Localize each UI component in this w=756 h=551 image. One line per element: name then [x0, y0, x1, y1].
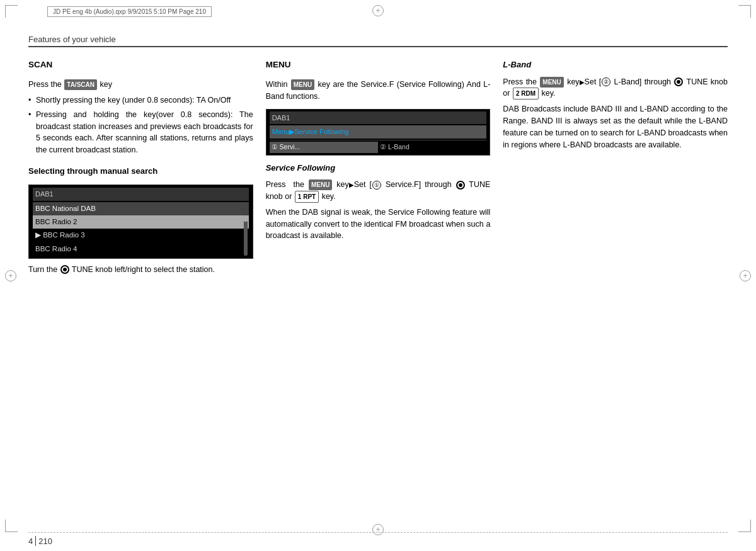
- scan-bullet-list: Shortly pressing the key (under 0.8 seco…: [28, 94, 253, 156]
- footer-chapter: 4: [28, 537, 33, 546]
- dab-screen-wrapper: DAB1 BBC National DAB BBC Radio 2 ▶ BBC …: [28, 185, 253, 259]
- circle-1-sf: ①: [372, 181, 381, 190]
- service-following-title: Service Following: [266, 162, 491, 174]
- service-following-desc: When the DAB signal is weak, the Service…: [266, 207, 491, 242]
- content-area: Features of your vehicle SCAN Press the …: [28, 35, 728, 523]
- dab-station-name: BBC National DAB: [33, 202, 249, 215]
- dab-header: DAB1: [33, 188, 249, 201]
- col-scan: SCAN Press the TA/SCAN key Shortly press…: [28, 59, 253, 280]
- scan-bullet-1: Shortly pressing the key (under 0.8 seco…: [28, 94, 253, 106]
- tune-knob-lband: [674, 77, 683, 86]
- section-heading-text: Features of your vehicle: [28, 35, 116, 44]
- page-footer: 4 210: [28, 532, 728, 546]
- lband-instruction: Press the MENU key▶Set [② L-Band] throug…: [503, 76, 728, 100]
- dab-scrollbar: [244, 215, 248, 256]
- ta-scan-key-badge: TA/SCAN: [64, 79, 97, 90]
- dab-screen: DAB1 BBC National DAB BBC Radio 2 ▶ BBC …: [28, 185, 253, 259]
- footer-number-box: 4 210: [28, 536, 52, 546]
- scan-bullet-2: Pressing and holding the key(over 0.8 se…: [28, 109, 253, 156]
- menu-intro-text: Within MENU key are the Service.F (Servi…: [266, 79, 491, 103]
- manual-search-title: Selecting through manual search: [28, 165, 253, 178]
- scan-title: SCAN: [28, 59, 253, 71]
- tune-knob-icon: [60, 265, 69, 274]
- footer-page: 210: [38, 537, 52, 546]
- dab-row-1: ▶ BBC Radio 3: [33, 229, 249, 242]
- col-lband: L-Band Press the MENU key▶Set [② L-Band]…: [503, 59, 728, 280]
- section-heading: Features of your vehicle: [28, 35, 728, 47]
- page-container: JD PE eng 4b (Audio).qxp 9/9/2015 5:10 P…: [0, 0, 756, 551]
- menu-screen: DAB1 Menu▶Service Following ① Servi... ②…: [266, 109, 491, 156]
- menu-screen-header: DAB1: [270, 111, 487, 125]
- menu-screen-item: Menu▶Service Following: [270, 125, 487, 139]
- menu-key-lband: MENU: [540, 77, 563, 88]
- columns-layout: SCAN Press the TA/SCAN key Shortly press…: [28, 59, 728, 280]
- dab-scroll-thumb: [244, 215, 248, 222]
- menu-bottom-left: ① Servi...: [270, 142, 378, 153]
- dab-row-2: BBC Radio 4: [33, 242, 249, 256]
- rdm-key-badge: 2 RDM: [513, 88, 539, 99]
- menu-screen-bottom: ① Servi... ② L-Band: [270, 140, 487, 153]
- menu-bottom-right: ② L-Band: [378, 142, 486, 153]
- manual-search-instruction: Turn the TUNE knob left/right to select …: [28, 264, 253, 276]
- menu-key-sf: MENU: [309, 179, 332, 190]
- arrow-icon-sf: ▶: [349, 180, 354, 190]
- scan-intro: Press the TA/SCAN key: [28, 79, 253, 91]
- dab-row-0: BBC Radio 2: [33, 215, 249, 229]
- file-header: JD PE eng 4b (Audio).qxp 9/9/2015 5:10 P…: [47, 6, 212, 17]
- tune-knob-sf: [456, 181, 465, 190]
- circle-2-lband: ②: [602, 77, 610, 86]
- footer-divider: [35, 536, 36, 546]
- menu-key-badge-intro: MENU: [291, 79, 314, 90]
- menu-title: MENU: [266, 59, 491, 71]
- service-following-instruction: Press the MENU key▶Set [① Service.F] thr…: [266, 179, 491, 203]
- col-menu: MENU Within MENU key are the Service.F (…: [266, 59, 491, 280]
- lband-desc: DAB Broadcasts include BAND III and L-BA…: [503, 103, 728, 151]
- lband-title: L-Band: [503, 59, 728, 71]
- arrow-icon-lband: ▶: [580, 77, 585, 87]
- rpt-key-badge: 1 RPT: [295, 191, 319, 203]
